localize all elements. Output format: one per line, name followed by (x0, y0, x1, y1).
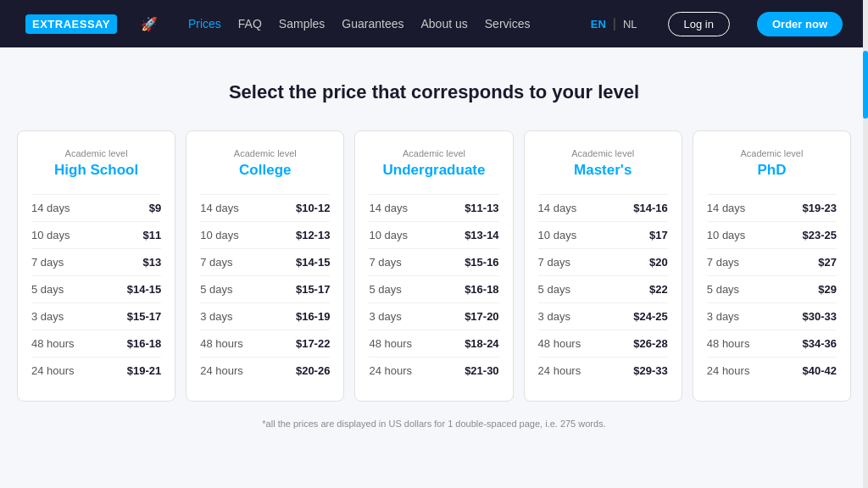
price-days: 5 days (369, 283, 401, 296)
price-row: 3 days$17-20 (369, 302, 498, 330)
price-days: 48 hours (200, 337, 243, 350)
logo-rocket: 🚀 (141, 16, 158, 32)
price-row: 7 days$20 (538, 248, 668, 275)
card-level-name: High School (31, 162, 161, 179)
price-amount: $18-24 (465, 337, 498, 350)
price-amount: $26-28 (633, 337, 667, 350)
main-content: Select the price that corresponds to you… (0, 47, 868, 446)
price-amount: $15-17 (296, 283, 330, 296)
card-level-name: PhD (707, 162, 837, 179)
order-now-button[interactable]: Order now (757, 12, 843, 36)
price-row: 48 hours$18-24 (369, 330, 498, 357)
price-days: 7 days (200, 256, 232, 269)
language-switcher: EN | NL (591, 16, 637, 31)
price-amount: $40-42 (803, 364, 837, 377)
price-row: 14 days$14-16 (538, 194, 668, 221)
price-days: 10 days (31, 229, 70, 241)
nav-link-samples[interactable]: Samples (279, 17, 325, 30)
pricing-card-3: Academic levelMaster's14 days$14-1610 da… (524, 130, 682, 402)
price-amount: $19-23 (803, 202, 837, 214)
price-days: 48 hours (369, 337, 412, 350)
price-days: 3 days (200, 310, 232, 323)
scrollbar-thumb[interactable] (863, 51, 868, 119)
price-amount: $29-33 (633, 364, 667, 377)
price-days: 24 hours (369, 364, 412, 377)
footnote: *all the prices are displayed in US doll… (17, 419, 851, 429)
price-days: 14 days (200, 202, 239, 214)
price-days: 10 days (369, 229, 408, 241)
price-amount: $14-16 (633, 202, 667, 214)
price-days: 14 days (538, 202, 577, 214)
price-row: 10 days$11 (31, 221, 161, 248)
pricing-cards: Academic levelHigh School14 days$910 day… (17, 130, 851, 402)
logo-text[interactable]: EXTRAESSAY (25, 14, 117, 34)
navbar: EXTRAESSAY 🚀 Prices FAQ Samples Guarante… (0, 0, 868, 47)
price-row: 48 hours$26-28 (538, 330, 668, 357)
price-days: 5 days (707, 283, 739, 296)
price-days: 5 days (200, 283, 232, 296)
nav-links: Prices FAQ Samples Guarantees About us S… (188, 17, 570, 30)
lang-en-button[interactable]: EN (591, 18, 606, 30)
price-amount: $16-19 (296, 310, 330, 323)
card-academic-label: Academic level (538, 148, 668, 158)
price-row: 10 days$17 (538, 221, 668, 248)
price-row: 5 days$22 (538, 275, 668, 302)
price-amount: $14-15 (127, 283, 161, 296)
price-amount: $20 (649, 256, 668, 269)
price-days: 10 days (538, 229, 577, 241)
price-amount: $21-30 (465, 364, 498, 377)
price-days: 14 days (31, 202, 70, 214)
price-row: 14 days$11-13 (369, 194, 498, 221)
price-amount: $11 (143, 229, 162, 241)
price-days: 48 hours (31, 337, 75, 350)
price-row: 48 hours$17-22 (200, 330, 330, 357)
nav-link-aboutus[interactable]: About us (421, 17, 468, 30)
pricing-card-4: Academic levelPhD14 days$19-2310 days$23… (693, 130, 851, 402)
nav-link-faq[interactable]: FAQ (238, 17, 262, 30)
price-amount: $20-26 (296, 364, 330, 377)
price-row: 5 days$14-15 (31, 275, 161, 302)
price-row: 14 days$19-23 (707, 194, 837, 221)
nav-link-guarantees[interactable]: Guarantees (342, 17, 403, 30)
price-row: 5 days$29 (707, 275, 837, 302)
card-level-name: College (200, 162, 330, 179)
price-amount: $34-36 (803, 337, 837, 350)
price-days: 24 hours (707, 364, 750, 377)
price-amount: $30-33 (803, 310, 837, 323)
price-days: 24 hours (31, 364, 75, 377)
price-row: 14 days$10-12 (200, 194, 330, 221)
price-days: 10 days (707, 229, 746, 241)
nav-link-services[interactable]: Services (485, 17, 531, 30)
price-row: 3 days$24-25 (538, 302, 668, 330)
card-academic-label: Academic level (369, 148, 498, 158)
nav-link-prices[interactable]: Prices (188, 17, 221, 30)
price-amount: $15-16 (465, 256, 498, 269)
price-row: 7 days$14-15 (200, 248, 330, 275)
pricing-card-2: Academic levelUndergraduate14 days$11-13… (354, 130, 513, 402)
price-amount: $24-25 (633, 310, 667, 323)
lang-divider: | (613, 16, 616, 31)
login-button[interactable]: Log in (668, 12, 730, 36)
price-amount: $12-13 (296, 229, 330, 241)
price-row: 5 days$16-18 (369, 275, 498, 302)
price-row: 24 hours$40-42 (707, 357, 837, 384)
price-days: 3 days (538, 310, 570, 323)
price-days: 7 days (707, 256, 739, 269)
price-row: 24 hours$19-21 (31, 357, 161, 384)
price-days: 7 days (369, 256, 401, 269)
page-title: Select the price that corresponds to you… (17, 81, 851, 103)
price-row: 3 days$30-33 (707, 302, 837, 330)
price-row: 10 days$12-13 (200, 221, 330, 248)
price-row: 3 days$15-17 (31, 302, 161, 330)
price-days: 5 days (538, 283, 570, 296)
price-days: 14 days (369, 202, 408, 214)
scrollbar-track[interactable] (863, 47, 868, 446)
price-row: 10 days$13-14 (369, 221, 498, 248)
price-amount: $16-18 (465, 283, 498, 296)
price-row: 3 days$16-19 (200, 302, 330, 330)
price-amount: $22 (649, 283, 668, 296)
price-amount: $19-21 (127, 364, 161, 377)
lang-nl-button[interactable]: NL (623, 18, 637, 30)
price-amount: $9 (149, 202, 161, 214)
price-row: 24 hours$20-26 (200, 357, 330, 384)
